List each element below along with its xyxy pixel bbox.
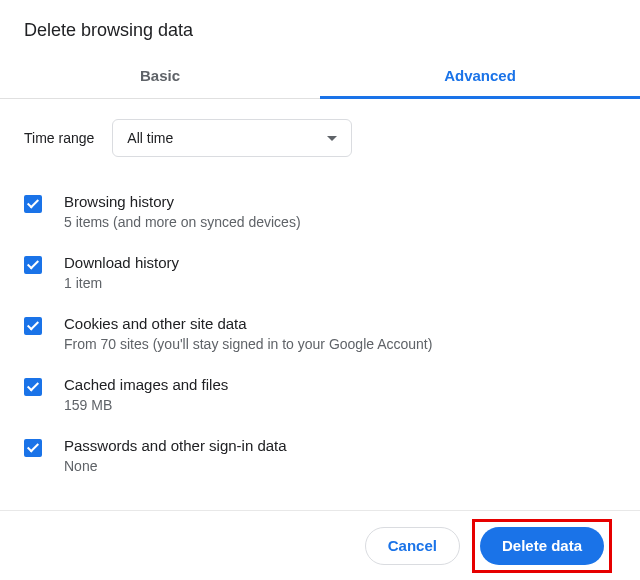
checkbox-cached[interactable] bbox=[24, 378, 42, 396]
tabs: Basic Advanced bbox=[0, 53, 640, 99]
item-subtitle: From 70 sites (you'll stay signed in to … bbox=[64, 336, 432, 352]
item-subtitle: 5 items (and more on synced devices) bbox=[64, 214, 301, 230]
time-range-row: Time range All time bbox=[24, 99, 632, 181]
list-item: Autofill form data bbox=[24, 486, 632, 499]
time-range-value: All time bbox=[127, 130, 173, 146]
item-subtitle: 1 item bbox=[64, 275, 179, 291]
item-title: Passwords and other sign-in data bbox=[64, 437, 287, 454]
tab-basic[interactable]: Basic bbox=[0, 53, 320, 98]
list-item: Cookies and other site data From 70 site… bbox=[24, 303, 632, 364]
chevron-down-icon bbox=[327, 136, 337, 141]
cancel-button[interactable]: Cancel bbox=[365, 527, 460, 565]
highlight-annotation: Delete data bbox=[472, 519, 612, 573]
checkbox-cookies[interactable] bbox=[24, 317, 42, 335]
item-title: Cookies and other site data bbox=[64, 315, 432, 332]
item-title: Autofill form data bbox=[64, 498, 177, 499]
list-item: Passwords and other sign-in data None bbox=[24, 425, 632, 486]
list-item: Browsing history 5 items (and more on sy… bbox=[24, 181, 632, 242]
time-range-select[interactable]: All time bbox=[112, 119, 352, 157]
item-subtitle: None bbox=[64, 458, 287, 474]
item-title: Download history bbox=[64, 254, 179, 271]
dialog-title: Delete browsing data bbox=[0, 0, 640, 53]
delete-data-button[interactable]: Delete data bbox=[480, 527, 604, 565]
tab-advanced[interactable]: Advanced bbox=[320, 53, 640, 98]
item-title: Cached images and files bbox=[64, 376, 228, 393]
list-item: Cached images and files 159 MB bbox=[24, 364, 632, 425]
checkbox-browsing-history[interactable] bbox=[24, 195, 42, 213]
checkbox-download-history[interactable] bbox=[24, 256, 42, 274]
list-item: Download history 1 item bbox=[24, 242, 632, 303]
options-scroll-area[interactable]: Time range All time Browsing history 5 i… bbox=[0, 99, 640, 499]
item-subtitle: 159 MB bbox=[64, 397, 228, 413]
item-title: Browsing history bbox=[64, 193, 301, 210]
dialog-footer: Cancel Delete data bbox=[0, 510, 640, 580]
checkbox-passwords[interactable] bbox=[24, 439, 42, 457]
time-range-label: Time range bbox=[24, 130, 94, 146]
